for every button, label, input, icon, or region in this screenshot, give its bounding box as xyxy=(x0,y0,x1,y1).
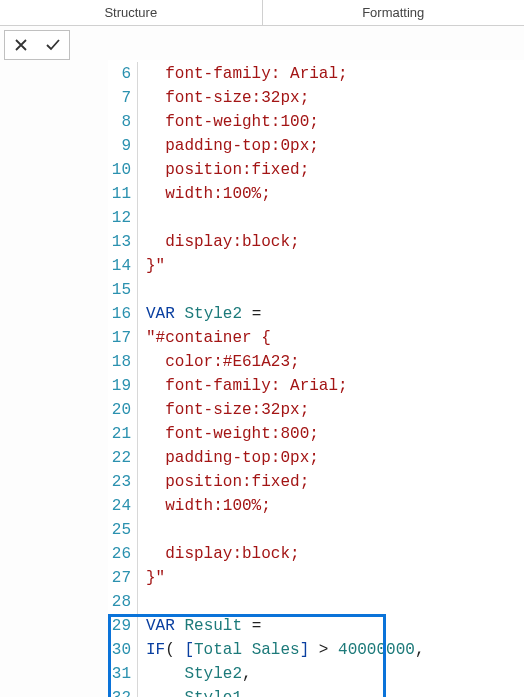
code-line[interactable]: "#container { xyxy=(146,326,424,350)
line-number: 9 xyxy=(108,134,131,158)
code-line[interactable]: font-family: Arial; xyxy=(146,62,424,86)
code-line[interactable]: position:fixed; xyxy=(146,470,424,494)
code-lines[interactable]: font-family: Arial; font-size:32px; font… xyxy=(138,62,424,697)
code-line[interactable]: font-weight:100; xyxy=(146,110,424,134)
code-line[interactable]: VAR Result = xyxy=(146,614,424,638)
code-line[interactable]: width:100%; xyxy=(146,182,424,206)
line-number: 22 xyxy=(108,446,131,470)
line-number: 23 xyxy=(108,470,131,494)
left-gutter-spacer xyxy=(0,60,108,697)
code-line[interactable]: position:fixed; xyxy=(146,158,424,182)
line-number: 31 xyxy=(108,662,131,686)
check-icon xyxy=(45,37,61,53)
code-line[interactable] xyxy=(146,518,424,542)
line-number: 7 xyxy=(108,86,131,110)
code-line[interactable]: VAR Style2 = xyxy=(146,302,424,326)
code-line[interactable]: display:block; xyxy=(146,230,424,254)
line-number: 21 xyxy=(108,422,131,446)
code-line[interactable]: IF( [Total Sales] > 40000000, xyxy=(146,638,424,662)
line-number: 15 xyxy=(108,278,131,302)
code-line[interactable] xyxy=(146,206,424,230)
line-number: 29 xyxy=(108,614,131,638)
line-number-gutter: 6789101112131415161718192021222324252627… xyxy=(108,62,138,697)
line-number: 26 xyxy=(108,542,131,566)
line-number: 11 xyxy=(108,182,131,206)
tab-structure[interactable]: Structure xyxy=(0,0,263,25)
editor: 6789101112131415161718192021222324252627… xyxy=(0,60,524,697)
code-line[interactable] xyxy=(146,278,424,302)
line-number: 27 xyxy=(108,566,131,590)
close-icon xyxy=(13,37,29,53)
code-line[interactable]: Style2, xyxy=(146,662,424,686)
confirm-cancel-group xyxy=(4,30,70,60)
line-number: 14 xyxy=(108,254,131,278)
line-number: 8 xyxy=(108,110,131,134)
tab-formatting[interactable]: Formatting xyxy=(263,0,525,25)
code-line[interactable]: }" xyxy=(146,566,424,590)
code-line[interactable]: font-size:32px; xyxy=(146,86,424,110)
commit-button[interactable] xyxy=(37,31,69,59)
code-line[interactable] xyxy=(146,590,424,614)
code-line[interactable]: font-size:32px; xyxy=(146,398,424,422)
line-number: 24 xyxy=(108,494,131,518)
line-number: 13 xyxy=(108,230,131,254)
line-number: 19 xyxy=(108,374,131,398)
code-line[interactable]: width:100%; xyxy=(146,494,424,518)
cancel-button[interactable] xyxy=(5,31,37,59)
line-number: 6 xyxy=(108,62,131,86)
line-number: 17 xyxy=(108,326,131,350)
line-number: 28 xyxy=(108,590,131,614)
line-number: 25 xyxy=(108,518,131,542)
code-line[interactable]: Style1 xyxy=(146,686,424,697)
code-line[interactable]: font-family: Arial; xyxy=(146,374,424,398)
code-line[interactable]: padding-top:0px; xyxy=(146,134,424,158)
line-number: 32 xyxy=(108,686,131,697)
code-area[interactable]: 6789101112131415161718192021222324252627… xyxy=(108,60,524,697)
code-line[interactable]: font-weight:800; xyxy=(146,422,424,446)
code-line[interactable]: }" xyxy=(146,254,424,278)
line-number: 12 xyxy=(108,206,131,230)
code-line[interactable]: color:#E61A23; xyxy=(146,350,424,374)
line-number: 18 xyxy=(108,350,131,374)
line-number: 10 xyxy=(108,158,131,182)
code-line[interactable]: display:block; xyxy=(146,542,424,566)
line-number: 20 xyxy=(108,398,131,422)
code-line[interactable]: padding-top:0px; xyxy=(146,446,424,470)
line-number: 30 xyxy=(108,638,131,662)
tab-bar: Structure Formatting xyxy=(0,0,524,26)
toolbar xyxy=(0,26,524,60)
line-number: 16 xyxy=(108,302,131,326)
